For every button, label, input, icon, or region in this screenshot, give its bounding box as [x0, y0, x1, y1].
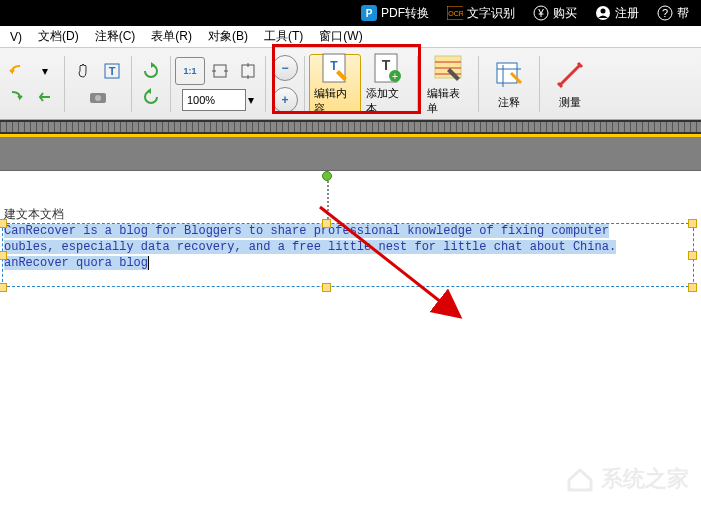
pdf-icon: P — [361, 5, 377, 21]
svg-text:P: P — [366, 8, 373, 19]
history-button[interactable]: ▾ — [32, 58, 58, 84]
fit-width-button[interactable] — [207, 58, 233, 84]
pdf-convert-label: PDF转换 — [381, 5, 429, 22]
zoom-group: 1:1 ▾ — [175, 57, 261, 111]
resize-handle[interactable] — [0, 219, 7, 228]
svg-rect-22 — [435, 56, 461, 78]
resize-handle[interactable] — [688, 219, 697, 228]
resize-handle[interactable] — [688, 283, 697, 292]
measure-label: 测量 — [559, 95, 581, 110]
resize-handle[interactable] — [0, 283, 7, 292]
svg-text:¥: ¥ — [537, 8, 544, 19]
ocr-icon: OCR — [447, 5, 463, 21]
doc-title: 建文本文档 — [4, 207, 694, 223]
menu-comment[interactable]: 注释(C) — [87, 26, 144, 47]
hand-tool-button[interactable] — [71, 58, 97, 84]
ruler — [0, 120, 701, 134]
svg-text:?: ? — [662, 7, 668, 19]
measure-button[interactable]: 测量 — [544, 54, 596, 114]
annotate-button[interactable]: 注释 — [483, 54, 535, 114]
buy-label: 购买 — [553, 5, 577, 22]
svg-text:T: T — [109, 65, 116, 77]
svg-text:+: + — [392, 71, 398, 82]
edit-form-icon — [432, 52, 464, 84]
rotate-ccw-button[interactable] — [138, 84, 164, 110]
redo-button[interactable] — [4, 84, 30, 110]
resize-handle[interactable] — [688, 251, 697, 260]
user-icon — [595, 5, 611, 21]
help-button[interactable]: ? 帮 — [649, 0, 697, 26]
edit-form-button[interactable]: 编辑表单 — [422, 54, 474, 114]
menu-view[interactable]: V) — [2, 28, 30, 46]
edit-content-button[interactable]: T 编辑内容 — [309, 54, 361, 114]
svg-text:T: T — [382, 57, 391, 73]
watermark: 系统之家 — [565, 464, 689, 494]
register-button[interactable]: 注册 — [587, 0, 647, 26]
document-area: 建文本文档 CanRecover is a blog for Bloggers … — [0, 137, 701, 506]
svg-point-7 — [601, 9, 606, 14]
pdf-convert-button[interactable]: P PDF转换 — [353, 0, 437, 26]
resize-handle[interactable] — [322, 219, 331, 228]
selection-box[interactable] — [2, 223, 694, 287]
buy-button[interactable]: ¥ 购买 — [525, 0, 585, 26]
svg-rect-23 — [497, 63, 517, 83]
edit-form-label: 编辑表单 — [427, 86, 469, 116]
prev-view-button[interactable] — [32, 84, 58, 110]
menu-window[interactable]: 窗口(W) — [311, 26, 370, 47]
svg-point-13 — [95, 95, 101, 101]
resize-handle[interactable] — [322, 283, 331, 292]
menu-object[interactable]: 对象(B) — [200, 26, 256, 47]
undo-button[interactable] — [4, 58, 30, 84]
svg-text:OCR: OCR — [448, 10, 463, 17]
text-select-button[interactable]: T — [99, 58, 125, 84]
measure-icon — [554, 57, 586, 93]
help-label: 帮 — [677, 5, 689, 22]
annotate-label: 注释 — [498, 95, 520, 110]
fit-page-button[interactable] — [235, 58, 261, 84]
register-label: 注册 — [615, 5, 639, 22]
zoom-out-button[interactable]: − — [272, 55, 298, 81]
menu-bar: V) 文档(D) 注释(C) 表单(R) 对象(B) 工具(T) 窗口(W) — [0, 26, 701, 48]
actual-size-button[interactable]: 1:1 — [175, 57, 205, 85]
add-text-button[interactable]: T+ 添加文本 — [361, 54, 413, 114]
menu-document[interactable]: 文档(D) — [30, 26, 87, 47]
ocr-button[interactable]: OCR 文字识别 — [439, 0, 523, 26]
edit-content-icon: T — [319, 52, 351, 84]
yen-icon: ¥ — [533, 5, 549, 21]
edit-content-label: 编辑内容 — [314, 86, 356, 116]
zoom-dropdown[interactable]: ▾ — [248, 93, 254, 107]
title-bar: P PDF转换 OCR 文字识别 ¥ 购买 注册 ? 帮 — [0, 0, 701, 26]
svg-text:T: T — [330, 59, 338, 73]
menu-tools[interactable]: 工具(T) — [256, 26, 311, 47]
help-icon: ? — [657, 5, 673, 21]
resize-handle[interactable] — [0, 251, 7, 260]
zoom-input[interactable] — [182, 89, 246, 111]
ocr-label: 文字识别 — [467, 5, 515, 22]
snapshot-button[interactable] — [85, 84, 111, 110]
page[interactable]: 建文本文档 CanRecover is a blog for Bloggers … — [0, 171, 701, 506]
rotate-cw-button[interactable] — [138, 58, 164, 84]
toolbar: ▾ T 1:1 ▾ — [0, 48, 701, 120]
add-text-label: 添加文本 — [366, 86, 408, 116]
annotate-icon — [493, 57, 525, 93]
menu-form[interactable]: 表单(R) — [143, 26, 200, 47]
rotate-handle[interactable] — [322, 171, 332, 181]
zoom-in-button[interactable]: + — [272, 87, 298, 113]
add-text-icon: T+ — [371, 52, 403, 84]
